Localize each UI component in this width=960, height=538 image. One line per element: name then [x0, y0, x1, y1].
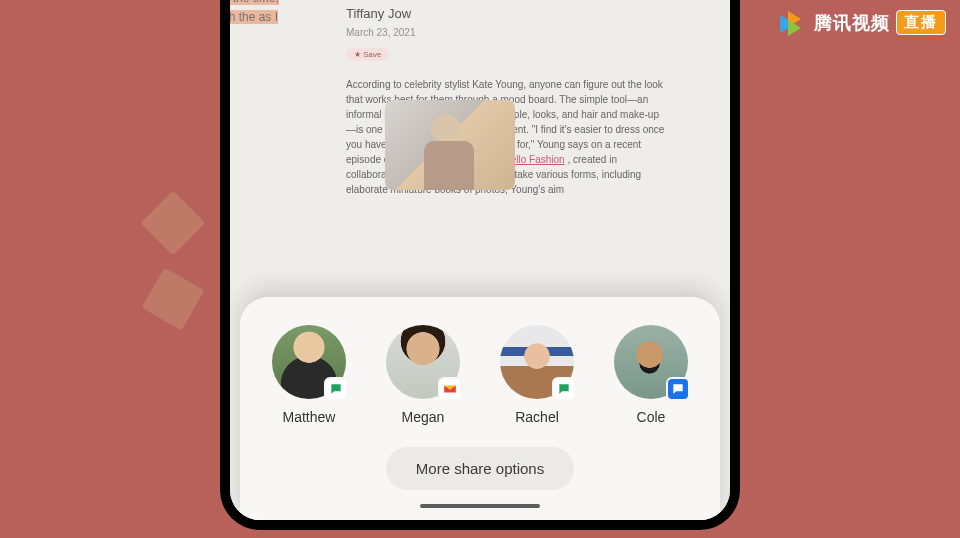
share-contact-rachel[interactable]: Rachel	[487, 325, 587, 425]
watermark-brand: 腾讯视频	[814, 11, 890, 35]
article-date: March 23, 2021	[346, 27, 704, 38]
article-author: Tiffany Jow	[346, 6, 704, 21]
background-decoration	[150, 200, 230, 340]
phone-screen: some bumper each to the time, wall with …	[230, 0, 730, 520]
navigation-handle[interactable]	[420, 504, 540, 508]
live-badge: 直播	[896, 10, 946, 35]
share-contacts-row: Matthew Megan	[256, 325, 704, 425]
share-contact-matthew[interactable]: Matthew	[259, 325, 359, 425]
chat-icon	[666, 377, 690, 401]
share-contact-megan[interactable]: Megan	[373, 325, 473, 425]
gmail-icon	[438, 377, 462, 401]
tencent-video-logo-icon	[780, 11, 808, 35]
phone-frame: some bumper each to the time, wall with …	[220, 0, 740, 530]
contact-name: Matthew	[283, 409, 336, 425]
contact-name: Megan	[402, 409, 445, 425]
article-sidebar-snippet: some bumper each to the time, wall with …	[230, 0, 280, 47]
video-watermark: 腾讯视频 直播	[780, 10, 946, 35]
share-sheet: Matthew Megan	[240, 297, 720, 520]
save-button[interactable]: ★ Save	[346, 48, 389, 61]
picture-in-picture-video[interactable]	[385, 100, 515, 190]
messages-icon	[324, 377, 348, 401]
contact-name: Rachel	[515, 409, 559, 425]
messages-icon	[552, 377, 576, 401]
share-contact-cole[interactable]: Cole	[601, 325, 701, 425]
contact-name: Cole	[637, 409, 666, 425]
more-share-options-button[interactable]: More share options	[386, 447, 574, 490]
